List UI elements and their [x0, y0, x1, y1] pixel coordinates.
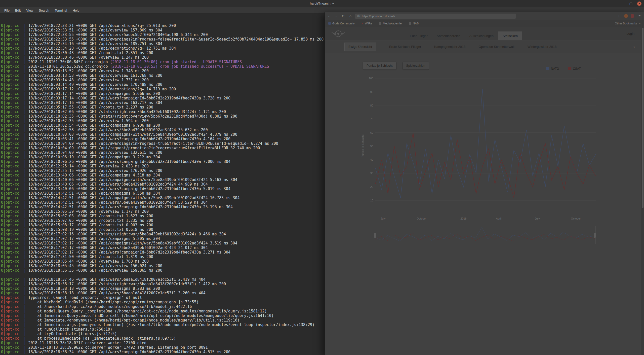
- log-separator: |: [19, 214, 28, 218]
- browser-scrollbar[interactable]: [641, 27, 644, 355]
- log-separator: |: [19, 345, 28, 350]
- log-prefix: 0|opt-cc: [1, 64, 19, 69]
- log-prefix: 0|opt-cc: [1, 245, 19, 250]
- log-message: 18/Nov/2018:17:02:17 +0000 GET /api/camp…: [28, 241, 237, 245]
- extension-icon-2[interactable]: [631, 14, 634, 18]
- maximize-button[interactable]: ▢: [629, 2, 633, 6]
- log-prefix: 0|opt-cc: [1, 227, 19, 232]
- next-campaigns-icon[interactable]: ›: [633, 44, 635, 50]
- log-prefix: 0|opt-cc: [1, 350, 19, 354]
- log-prefix: 0|opt-cc: [1, 318, 19, 323]
- log-prefix: 0|opt-cc: [1, 223, 19, 227]
- svg-text:October: October: [417, 217, 426, 220]
- campaign-tab-operation-schmetterwall[interactable]: Operation Schmetterwall: [478, 45, 514, 49]
- log-separator: |: [19, 336, 28, 341]
- svg-text:October: October: [571, 217, 581, 220]
- log-prefix: 0|opt-cc: [1, 191, 19, 196]
- log-message: 18/Nov/2018:10:04:09 +0000 GET /api/requ…: [28, 146, 260, 150]
- scrollbar-thumb[interactable]: [642, 28, 643, 208]
- bookmark-item[interactable]: Gods Community: [328, 22, 355, 25]
- log-separator: |: [19, 236, 28, 241]
- reload-icon[interactable]: ⟳: [341, 14, 346, 19]
- log-message: 2018-11-18T01:30:00.845Z cc:cronjob: [28, 60, 110, 64]
- legend-item-csat[interactable]: CSAT: [568, 67, 581, 70]
- log-prefix: 0|opt-cc: [1, 205, 19, 209]
- campaign-tab-wintergewitter-2018[interactable]: Wintergewitter 2018: [528, 45, 557, 49]
- log-separator: |: [19, 232, 28, 236]
- back-icon[interactable]: ←: [327, 14, 332, 19]
- home-icon[interactable]: ⌂: [348, 14, 353, 19]
- campaign-tabs: Ewige ÜbersichtErste Schlacht FliegerKam…: [325, 41, 641, 53]
- log-separator: |: [19, 191, 28, 196]
- menu-search[interactable]: Search: [36, 7, 52, 13]
- campaign-tab-ewige-bersicht[interactable]: Ewige Übersicht: [344, 43, 376, 51]
- filter-punkte-je-schlacht[interactable]: Punkte je Schlacht: [363, 62, 396, 69]
- log-separator: |: [19, 123, 28, 128]
- bookmark-item[interactable]: NAS: [409, 22, 419, 25]
- download-icon[interactable]: ↓: [616, 14, 621, 19]
- log-message: 18/Nov/2018:10:06:10 +0000 GET /api/camp…: [28, 155, 160, 159]
- site-logo[interactable]: [330, 28, 346, 39]
- url-bar[interactable]: ⓘ https://opt.noarch.de/stats: [355, 13, 516, 19]
- other-bookmarks[interactable]: Other Bookmarks»: [615, 22, 640, 25]
- menu-file[interactable]: File: [2, 7, 12, 13]
- minimize-button[interactable]: –: [620, 2, 625, 6]
- navigator-handle-right[interactable]: [594, 233, 596, 238]
- svg-text:July: July: [381, 217, 386, 220]
- log-message: 2018-11-18T01:30:53.519Z cc:cronjob: [28, 64, 110, 69]
- site-tab-euer-flieger[interactable]: Euer Flieger: [405, 31, 432, 40]
- log-message: at WarModel.findById (/home/hardi/opt-cc…: [28, 300, 198, 304]
- log-prefix: 0|opt-cc: [1, 187, 19, 191]
- log-message: 18/Nov/2018:18:38:18 +0000 GET /api/wars…: [28, 291, 205, 295]
- menu-edit[interactable]: Edit: [12, 7, 23, 13]
- log-separator: |: [19, 159, 28, 164]
- log-separator: |: [19, 51, 28, 55]
- campaign-tab-kampagnenjahr-2018[interactable]: Kampagnenjahr 2018: [434, 45, 465, 49]
- log-prefix: 0|opt-cc: [1, 313, 19, 318]
- log-prefix: 0|opt-cc: [1, 119, 19, 123]
- extension-icon-1[interactable]: [624, 14, 628, 18]
- log-message: at Immediate.args.(anonymous function) (…: [28, 323, 314, 327]
- log-prefix: 0|opt-cc: [1, 309, 19, 313]
- menu-terminal[interactable]: Terminal: [52, 7, 70, 13]
- site-info-icon[interactable]: ⓘ: [357, 14, 360, 18]
- terminal-titlebar[interactable]: hardi@noarch: ~ – ▢ ✕: [0, 0, 644, 7]
- log-separator: |: [19, 146, 28, 150]
- log-separator: |: [19, 282, 28, 286]
- log-message: 18/Nov/2018:13:40:06 +0000 GET /api/wars…: [28, 182, 208, 187]
- chart-navigator[interactable]: [374, 224, 596, 246]
- log-message: 18/Nov/2018:18:05:44 +0000 GET /overview…: [28, 259, 149, 264]
- menu-view[interactable]: View: [23, 7, 36, 13]
- log-message: 18/Nov/2018:18:05:45 +0000 GET /api/over…: [28, 264, 162, 268]
- browser-window[interactable]: ← → ⟳ ⌂ ⓘ https://opt.noarch.de/stats ↓ …: [325, 12, 644, 355]
- site-tab-anmeldebereich[interactable]: Anmeldebereich: [432, 31, 465, 40]
- legend-item-nato[interactable]: NATO: [546, 67, 559, 70]
- log-message: 2018-11-18T18:38:19.962Z cc:server Worke…: [28, 345, 208, 350]
- svg-text:10: 10: [370, 199, 373, 202]
- log-prefix: 0|opt-cc: [1, 214, 19, 218]
- site-tab-auszeichnungen[interactable]: Auszeichnungen: [465, 31, 498, 40]
- log-prefix: 0|opt-cc: [1, 37, 19, 42]
- stats-chart: 102030405060708090100JulyOctober2018Apri…: [340, 73, 599, 224]
- menu-help[interactable]: Help: [70, 7, 82, 13]
- site-tab-statistiken[interactable]: Statistiken: [498, 31, 522, 40]
- bookmark-item[interactable]: Mediakademie: [379, 22, 402, 25]
- svg-text:April: April: [496, 217, 502, 220]
- navigator-handle-left[interactable]: [374, 233, 376, 238]
- log-separator: |: [19, 137, 28, 141]
- forward-icon[interactable]: →: [334, 14, 339, 19]
- log-separator: |: [19, 32, 28, 37]
- log-prefix: 0|opt-cc: [1, 159, 19, 164]
- log-prefix: 0|opt-cc: [1, 23, 19, 28]
- bookmark-item[interactable]: ♥WiPa: [362, 22, 372, 25]
- log-separator: |: [19, 23, 28, 28]
- hamburger-menu-icon[interactable]: ≡: [637, 14, 642, 19]
- log-separator: |: [19, 110, 28, 114]
- log-message: 18/Nov/2018:15:08:17 +0000 GET /robots.t…: [28, 223, 153, 227]
- login-link[interactable]: Login: [626, 32, 634, 36]
- campaign-tab-erste-schlacht-flieger[interactable]: Erste Schlacht Flieger: [389, 45, 421, 49]
- log-separator: |: [19, 73, 28, 78]
- filter-spielerzahlen[interactable]: Spielerzahlen: [403, 62, 429, 69]
- close-button[interactable]: ✕: [637, 2, 641, 6]
- log-message: 18/Nov/2018:17:02:17 +0000 GET /api/camp…: [28, 236, 160, 241]
